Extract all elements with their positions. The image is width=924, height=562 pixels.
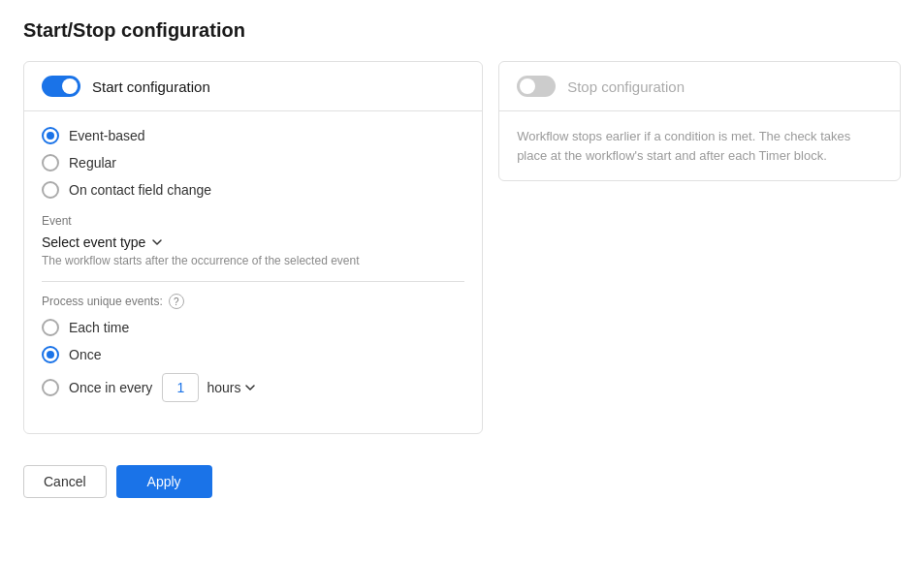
once-in-every-controls: hours — [162, 373, 256, 402]
apply-button[interactable]: Apply — [116, 465, 212, 498]
stop-panel-header: Stop configuration — [499, 62, 900, 111]
event-type-select[interactable]: Select event type — [42, 234, 163, 250]
radio-regular-input[interactable] — [42, 154, 59, 172]
footer: Cancel Apply — [23, 457, 901, 498]
hours-select[interactable]: hours — [207, 380, 256, 395]
cancel-button[interactable]: Cancel — [23, 465, 107, 498]
start-panel-header: Start configuration — [24, 62, 482, 111]
start-toggle[interactable] — [42, 76, 80, 97]
stop-configuration-panel: Stop configuration Workflow stops earlie… — [498, 61, 901, 181]
radio-once-in-every-label: Once in every — [69, 380, 152, 395]
help-icon[interactable]: ? — [169, 294, 184, 309]
start-panel-body: Event-based Regular On contact field cha… — [24, 111, 482, 433]
radio-once-in-every[interactable]: Once in every hours — [42, 373, 464, 402]
radio-once-in-every-input[interactable] — [42, 379, 59, 396]
radio-each-time-label: Each time — [69, 320, 129, 335]
page-title: Start/Stop configuration — [23, 19, 901, 42]
event-type-chevron-icon — [151, 236, 163, 248]
radio-event-based-label: Event-based — [69, 128, 145, 143]
radio-on-contact-label: On contact field change — [69, 182, 211, 198]
event-section-label: Event — [42, 214, 464, 228]
hours-chevron-icon — [244, 382, 256, 393]
stop-toggle[interactable] — [517, 76, 556, 97]
divider — [42, 281, 464, 282]
radio-on-contact-input[interactable] — [42, 181, 59, 199]
radio-event-based[interactable]: Event-based — [42, 127, 464, 144]
hours-label: hours — [207, 380, 240, 395]
event-type-hint: The workflow starts after the occurrence… — [42, 254, 464, 267]
once-in-every-number[interactable] — [162, 373, 199, 402]
radio-event-based-input[interactable] — [42, 127, 59, 144]
process-unique-group: Each time Once Once in every hours — [42, 319, 464, 402]
start-panel-label: Start configuration — [92, 78, 210, 95]
radio-regular-label: Regular — [69, 155, 116, 171]
stop-panel-label: Stop configuration — [567, 78, 685, 95]
start-toggle-slider — [42, 76, 80, 97]
panels-container: Start configuration Event-based Regular … — [23, 61, 901, 434]
start-configuration-panel: Start configuration Event-based Regular … — [23, 61, 483, 434]
process-unique-label: Process unique events: — [42, 295, 163, 308]
process-unique-row: Process unique events: ? — [42, 294, 464, 309]
radio-once-input[interactable] — [42, 346, 59, 363]
stop-panel-description: Workflow stops earlier if a condition is… — [499, 111, 900, 180]
radio-each-time-input[interactable] — [42, 319, 59, 336]
trigger-type-group: Event-based Regular On contact field cha… — [42, 127, 464, 199]
radio-once-label: Once — [69, 347, 101, 362]
radio-on-contact-field-change[interactable]: On contact field change — [42, 181, 464, 199]
radio-once[interactable]: Once — [42, 346, 464, 363]
stop-toggle-slider — [517, 76, 556, 97]
event-type-select-text: Select event type — [42, 234, 145, 250]
radio-each-time[interactable]: Each time — [42, 319, 464, 336]
radio-regular[interactable]: Regular — [42, 154, 464, 172]
